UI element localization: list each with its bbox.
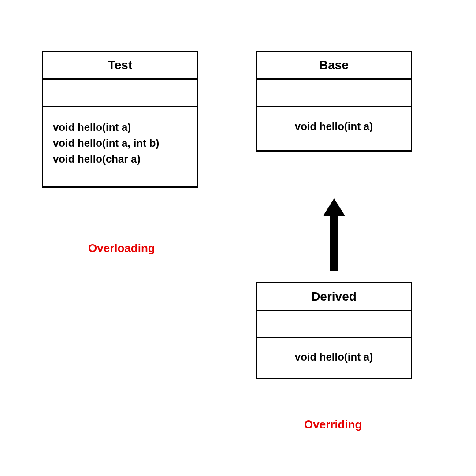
method-line: void hello(int a): [266, 349, 402, 365]
caption-overloading: Overloading: [88, 242, 155, 255]
class-box-derived: Derived void hello(int a): [256, 282, 412, 379]
class-methods-derived: void hello(int a): [257, 338, 411, 378]
caption-overriding: Overriding: [304, 418, 362, 431]
class-name-base: Base: [257, 52, 411, 80]
class-name-derived: Derived: [257, 283, 411, 311]
class-name-test: Test: [43, 52, 197, 80]
method-line: void hello(int a, int b): [53, 135, 187, 151]
class-methods-base: void hello(int a): [257, 107, 411, 150]
class-attrs-test: [43, 80, 197, 107]
class-attrs-derived: [257, 311, 411, 338]
svg-rect-1: [330, 214, 338, 271]
class-methods-test: void hello(int a) void hello(int a, int …: [43, 107, 197, 186]
svg-marker-0: [323, 198, 345, 216]
method-line: void hello(char a): [53, 151, 187, 167]
method-line: void hello(int a): [266, 119, 402, 134]
method-line: void hello(int a): [53, 119, 187, 135]
class-attrs-base: [257, 80, 411, 107]
inheritance-arrow-icon: [323, 198, 345, 275]
class-box-test: Test void hello(int a) void hello(int a,…: [42, 51, 198, 188]
class-box-base: Base void hello(int a): [256, 51, 412, 152]
